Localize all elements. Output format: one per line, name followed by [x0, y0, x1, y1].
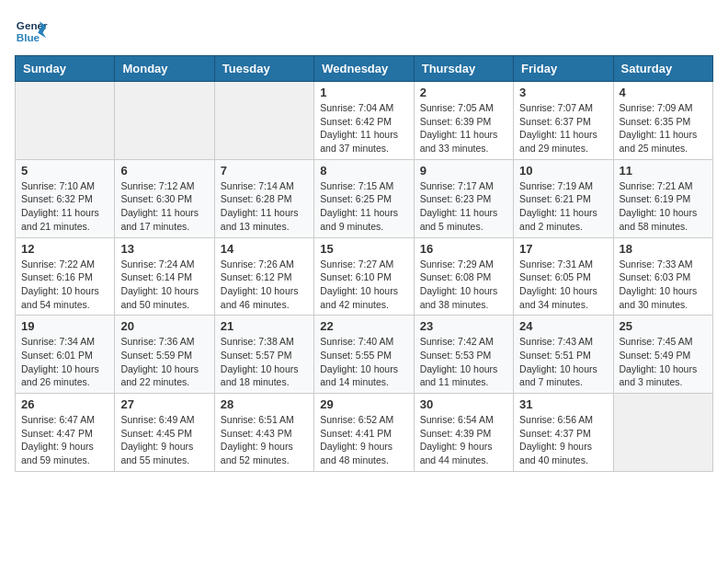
calendar-cell: 15Sunrise: 7:27 AM Sunset: 6:10 PM Dayli… [314, 237, 414, 316]
day-info: Sunrise: 7:26 AM Sunset: 6:12 PM Dayligh… [221, 258, 308, 312]
day-number: 27 [120, 397, 208, 411]
calendar-cell: 8Sunrise: 7:15 AM Sunset: 6:25 PM Daylig… [314, 159, 414, 237]
day-info: Sunrise: 6:51 AM Sunset: 4:43 PM Dayligh… [221, 413, 308, 467]
day-number: 28 [221, 397, 308, 411]
calendar-cell: 20Sunrise: 7:36 AM Sunset: 5:59 PM Dayli… [115, 316, 214, 394]
day-number: 10 [519, 164, 607, 178]
day-number: 9 [420, 164, 507, 178]
calendar-cell: 4Sunrise: 7:09 AM Sunset: 6:35 PM Daylig… [613, 82, 712, 160]
day-number: 6 [120, 164, 208, 178]
day-info: Sunrise: 7:31 AM Sunset: 6:05 PM Dayligh… [519, 258, 607, 312]
page-header: General Blue [15, 15, 713, 48]
day-info: Sunrise: 7:36 AM Sunset: 5:59 PM Dayligh… [120, 335, 208, 389]
calendar: SundayMondayTuesdayWednesdayThursdayFrid… [15, 55, 713, 472]
day-info: Sunrise: 7:14 AM Sunset: 6:28 PM Dayligh… [221, 179, 308, 234]
calendar-cell: 28Sunrise: 6:51 AM Sunset: 4:43 PM Dayli… [214, 394, 313, 472]
day-number: 1 [320, 86, 407, 99]
day-info: Sunrise: 7:42 AM Sunset: 5:53 PM Dayligh… [420, 335, 507, 389]
calendar-cell: 16Sunrise: 7:29 AM Sunset: 6:08 PM Dayli… [414, 237, 513, 316]
day-info: Sunrise: 7:07 AM Sunset: 6:37 PM Dayligh… [519, 101, 607, 155]
day-number: 21 [221, 319, 308, 333]
column-header-monday: Monday [115, 56, 214, 82]
day-number: 12 [21, 242, 108, 256]
day-info: Sunrise: 7:38 AM Sunset: 5:57 PM Dayligh… [221, 335, 308, 389]
calendar-cell: 17Sunrise: 7:31 AM Sunset: 6:05 PM Dayli… [514, 237, 613, 316]
day-number: 13 [120, 242, 208, 256]
calendar-cell [214, 82, 313, 160]
column-header-wednesday: Wednesday [314, 56, 414, 82]
calendar-cell: 18Sunrise: 7:33 AM Sunset: 6:03 PM Dayli… [613, 237, 712, 316]
day-number: 26 [21, 397, 108, 411]
calendar-cell: 24Sunrise: 7:43 AM Sunset: 5:51 PM Dayli… [514, 316, 613, 394]
calendar-cell: 1Sunrise: 7:04 AM Sunset: 6:42 PM Daylig… [314, 82, 414, 160]
calendar-cell: 2Sunrise: 7:05 AM Sunset: 6:39 PM Daylig… [414, 82, 513, 160]
calendar-cell: 14Sunrise: 7:26 AM Sunset: 6:12 PM Dayli… [214, 237, 313, 316]
calendar-cell: 29Sunrise: 6:52 AM Sunset: 4:41 PM Dayli… [314, 394, 414, 472]
calendar-cell: 19Sunrise: 7:34 AM Sunset: 6:01 PM Dayli… [16, 316, 115, 394]
day-info: Sunrise: 7:27 AM Sunset: 6:10 PM Dayligh… [320, 258, 407, 312]
week-row-5: 26Sunrise: 6:47 AM Sunset: 4:47 PM Dayli… [16, 394, 713, 472]
day-info: Sunrise: 7:12 AM Sunset: 6:30 PM Dayligh… [120, 179, 208, 234]
calendar-cell: 26Sunrise: 6:47 AM Sunset: 4:47 PM Dayli… [16, 394, 115, 472]
calendar-cell: 30Sunrise: 6:54 AM Sunset: 4:39 PM Dayli… [414, 394, 513, 472]
calendar-cell: 21Sunrise: 7:38 AM Sunset: 5:57 PM Dayli… [214, 316, 313, 394]
day-info: Sunrise: 6:47 AM Sunset: 4:47 PM Dayligh… [21, 413, 108, 467]
day-number: 7 [221, 164, 308, 178]
day-number: 23 [420, 319, 507, 333]
logo-icon: General Blue [15, 15, 48, 48]
day-number: 18 [620, 242, 707, 256]
day-number: 30 [420, 397, 507, 411]
column-header-thursday: Thursday [414, 56, 513, 82]
day-number: 24 [519, 319, 607, 333]
day-info: Sunrise: 7:45 AM Sunset: 5:49 PM Dayligh… [620, 335, 707, 389]
week-row-3: 12Sunrise: 7:22 AM Sunset: 6:16 PM Dayli… [16, 237, 713, 316]
day-number: 15 [320, 242, 407, 256]
day-number: 11 [620, 164, 707, 178]
calendar-cell: 27Sunrise: 6:49 AM Sunset: 4:45 PM Dayli… [115, 394, 214, 472]
calendar-cell: 5Sunrise: 7:10 AM Sunset: 6:32 PM Daylig… [16, 159, 115, 237]
day-info: Sunrise: 7:09 AM Sunset: 6:35 PM Dayligh… [620, 101, 707, 155]
calendar-cell [613, 394, 712, 472]
day-info: Sunrise: 7:22 AM Sunset: 6:16 PM Dayligh… [21, 258, 108, 312]
day-info: Sunrise: 6:56 AM Sunset: 4:37 PM Dayligh… [519, 413, 607, 467]
day-number: 16 [420, 242, 507, 256]
day-number: 3 [519, 86, 607, 99]
calendar-cell: 10Sunrise: 7:19 AM Sunset: 6:21 PM Dayli… [514, 159, 613, 237]
day-number: 25 [620, 319, 707, 333]
day-number: 2 [420, 86, 507, 99]
week-row-2: 5Sunrise: 7:10 AM Sunset: 6:32 PM Daylig… [16, 159, 713, 237]
day-number: 5 [21, 164, 108, 178]
day-info: Sunrise: 7:04 AM Sunset: 6:42 PM Dayligh… [320, 101, 407, 155]
day-info: Sunrise: 7:34 AM Sunset: 6:01 PM Dayligh… [21, 335, 108, 389]
day-info: Sunrise: 6:54 AM Sunset: 4:39 PM Dayligh… [420, 413, 507, 467]
calendar-cell: 12Sunrise: 7:22 AM Sunset: 6:16 PM Dayli… [16, 237, 115, 316]
calendar-cell: 13Sunrise: 7:24 AM Sunset: 6:14 PM Dayli… [115, 237, 214, 316]
day-number: 4 [620, 86, 707, 99]
day-info: Sunrise: 7:10 AM Sunset: 6:32 PM Dayligh… [21, 179, 108, 234]
day-info: Sunrise: 7:21 AM Sunset: 6:19 PM Dayligh… [620, 179, 707, 234]
day-info: Sunrise: 7:33 AM Sunset: 6:03 PM Dayligh… [620, 258, 707, 312]
calendar-cell: 7Sunrise: 7:14 AM Sunset: 6:28 PM Daylig… [214, 159, 313, 237]
day-info: Sunrise: 6:49 AM Sunset: 4:45 PM Dayligh… [120, 413, 208, 467]
day-number: 31 [519, 397, 607, 411]
calendar-cell: 25Sunrise: 7:45 AM Sunset: 5:49 PM Dayli… [613, 316, 712, 394]
calendar-header-row: SundayMondayTuesdayWednesdayThursdayFrid… [16, 56, 713, 82]
column-header-saturday: Saturday [613, 56, 712, 82]
calendar-cell: 6Sunrise: 7:12 AM Sunset: 6:30 PM Daylig… [115, 159, 214, 237]
calendar-cell: 3Sunrise: 7:07 AM Sunset: 6:37 PM Daylig… [514, 82, 613, 160]
calendar-cell: 23Sunrise: 7:42 AM Sunset: 5:53 PM Dayli… [414, 316, 513, 394]
day-info: Sunrise: 7:19 AM Sunset: 6:21 PM Dayligh… [519, 179, 607, 234]
calendar-cell: 22Sunrise: 7:40 AM Sunset: 5:55 PM Dayli… [314, 316, 414, 394]
day-info: Sunrise: 7:43 AM Sunset: 5:51 PM Dayligh… [519, 335, 607, 389]
calendar-cell: 9Sunrise: 7:17 AM Sunset: 6:23 PM Daylig… [414, 159, 513, 237]
week-row-4: 19Sunrise: 7:34 AM Sunset: 6:01 PM Dayli… [16, 316, 713, 394]
day-number: 20 [120, 319, 208, 333]
day-info: Sunrise: 7:40 AM Sunset: 5:55 PM Dayligh… [320, 335, 407, 389]
day-number: 29 [320, 397, 407, 411]
day-number: 17 [519, 242, 607, 256]
day-info: Sunrise: 7:29 AM Sunset: 6:08 PM Dayligh… [420, 258, 507, 312]
svg-text:Blue: Blue [17, 31, 40, 43]
day-info: Sunrise: 7:15 AM Sunset: 6:25 PM Dayligh… [320, 179, 407, 234]
calendar-cell [115, 82, 214, 160]
logo: General Blue [15, 15, 48, 48]
